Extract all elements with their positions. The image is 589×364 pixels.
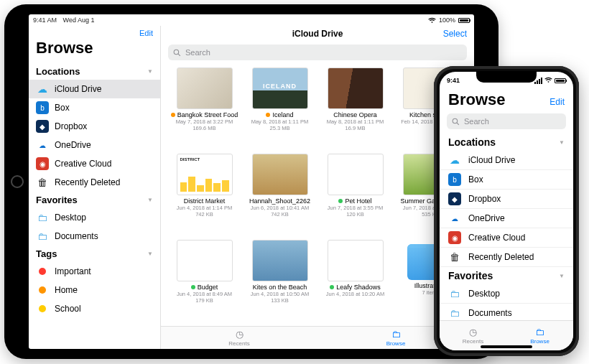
sidebar-item-documents[interactable]: 🗀 Documents <box>29 227 160 246</box>
tag-dot-icon <box>171 113 175 117</box>
sidebar-tag-important[interactable]: Important <box>29 262 160 281</box>
sidebar-item-label: Recently Deleted <box>55 177 120 187</box>
row-label: Recently Deleted <box>468 252 534 262</box>
search-input[interactable] <box>447 113 566 129</box>
content: iCloud Drive Select Bangkok Street FoodM… <box>161 26 474 349</box>
sidebar-item-recently-deleted[interactable]: 🗑 Recently Deleted <box>29 173 160 192</box>
tag-dot-icon <box>330 285 334 289</box>
sidebar-item-label: Important <box>55 266 91 276</box>
section-locations[interactable]: Locations ▼ <box>440 134 573 151</box>
file-name: Leafy Shadows <box>330 284 381 291</box>
row-dropbox[interactable]: ◆ Dropbox <box>440 190 573 209</box>
status-date: Wed Aug 1 <box>63 17 95 24</box>
row-desktop[interactable]: 🗀 Desktop <box>440 284 573 304</box>
file-thumbnail <box>252 240 308 281</box>
folder-icon: 🗀 <box>36 230 49 243</box>
sidebar-tag-home[interactable]: Home <box>29 281 160 299</box>
file-item[interactable]: Pet HotelJun 7, 2018 at 3:55 PM120 KB <box>320 154 390 235</box>
file-meta: Jun 4, 2018 at 1:14 PM <box>170 205 239 211</box>
file-item[interactable]: DISTRICTDistrict MarketJun 4, 2018 at 1:… <box>170 154 239 235</box>
file-item[interactable]: BudgetJun 4, 2018 at 8:49 AM179 KB <box>170 240 239 322</box>
search-input[interactable] <box>168 45 467 60</box>
file-item[interactable]: Leafy ShadowsJun 4, 2018 at 10:20 AM <box>320 240 390 322</box>
tag-dot-icon <box>39 268 46 275</box>
row-onedrive[interactable]: ☁ OneDrive <box>440 209 573 228</box>
sidebar-item-label: Creative Cloud <box>55 159 111 169</box>
file-item[interactable]: Chinese OperaMay 8, 2018 at 1:11 PM16.9 … <box>320 67 390 149</box>
file-item[interactable]: Hannah_Shoot_2262Jun 6, 2018 at 10:41 AM… <box>245 154 315 235</box>
sidebar-item-label: OneDrive <box>55 140 91 150</box>
chevron-down-icon: ▼ <box>147 68 153 75</box>
cloud-icon: ☁ <box>36 83 49 95</box>
dropbox-icon: ◆ <box>36 120 49 133</box>
sidebar-tag-school[interactable]: School <box>29 299 160 318</box>
file-item[interactable]: Kites on the BeachJun 4, 2018 at 10:50 A… <box>245 240 315 322</box>
section-tags[interactable]: Tags ▼ <box>29 246 160 262</box>
sidebar-item-label: School <box>55 304 81 314</box>
row-label: Box <box>468 174 483 185</box>
home-indicator[interactable] <box>481 345 532 348</box>
folder-icon: 🗀 <box>36 211 49 224</box>
file-item[interactable]: ICELANDIcelandMay 8, 2018 at 1:11 PM25.3… <box>245 67 315 149</box>
row-box[interactable]: b Box <box>440 170 573 190</box>
file-name: Pet Hotel <box>338 197 371 205</box>
ipad-device: 9:41 AM Wed Aug 1 100% Edit Browse Locat… <box>4 4 498 359</box>
file-grid: Bangkok Street FoodMay 7, 2018 at 3:22 P… <box>161 63 474 326</box>
row-label: iCloud Drive <box>468 155 515 165</box>
chevron-down-icon: ▼ <box>559 139 565 146</box>
file-size: 742 KB <box>245 211 315 218</box>
wifi-icon <box>544 77 552 84</box>
folder-icon: 🗀 <box>448 287 461 300</box>
section-favorites[interactable]: Favorites ▼ <box>440 267 573 284</box>
tag-dot-icon <box>266 113 270 117</box>
iphone-screen: 9:41 Browse Edit Locations ▼ <box>440 72 573 350</box>
battery-icon <box>555 78 566 83</box>
sidebar-item-box[interactable]: b Box <box>29 98 160 117</box>
file-thumbnail: DISTRICT <box>177 154 233 195</box>
edit-button[interactable]: Edit <box>29 26 160 37</box>
row-icloud-drive[interactable]: ☁ iCloud Drive <box>440 151 573 170</box>
sidebar-item-creative-cloud[interactable]: ◉ Creative Cloud <box>29 154 160 173</box>
chevron-down-icon: ▼ <box>147 197 153 203</box>
sidebar-item-dropbox[interactable]: ◆ Dropbox <box>29 117 160 136</box>
file-name: Hannah_Shoot_2262 <box>249 197 310 205</box>
sidebar-item-label: Documents <box>55 231 98 241</box>
row-label: Desktop <box>468 289 500 299</box>
row-recently-deleted[interactable]: 🗑 Recently Deleted <box>440 248 573 267</box>
tab-label: Recents <box>228 340 249 347</box>
file-meta: Jun 6, 2018 at 10:41 AM <box>245 205 315 211</box>
tag-dot-icon <box>39 305 46 312</box>
sidebar-item-icloud-drive[interactable]: ☁ iCloud Drive <box>29 80 160 98</box>
file-item[interactable]: Bangkok Street FoodMay 7, 2018 at 3:22 P… <box>170 67 239 149</box>
row-label: Documents <box>468 308 512 318</box>
creative-cloud-icon: ◉ <box>448 231 461 244</box>
page-title: Browse <box>448 90 549 109</box>
edit-button[interactable]: Edit <box>549 97 565 109</box>
folder-icon: 🗀 <box>448 307 461 319</box>
row-label: Creative Cloud <box>468 233 525 243</box>
section-favorites[interactable]: Favorites ▼ <box>29 192 160 208</box>
select-button[interactable]: Select <box>443 29 467 39</box>
file-meta: May 8, 2018 at 1:11 PM <box>320 118 390 125</box>
tab-recents[interactable]: ◷ Recents <box>161 327 317 349</box>
trash-icon: 🗑 <box>448 251 461 263</box>
file-name: Budget <box>191 284 218 291</box>
section-locations[interactable]: Locations ▼ <box>29 63 160 80</box>
file-meta: Jun 4, 2018 at 8:49 AM <box>170 291 239 297</box>
section-label: Tags <box>36 248 57 259</box>
chevron-down-icon: ▼ <box>147 251 153 257</box>
file-meta: May 7, 2018 at 3:22 PM <box>170 118 239 125</box>
row-label: OneDrive <box>468 213 505 223</box>
home-button[interactable] <box>11 175 24 188</box>
sidebar-item-desktop[interactable]: 🗀 Desktop <box>29 208 160 227</box>
sidebar-item-label: Home <box>55 285 78 295</box>
row-documents[interactable]: 🗀 Documents <box>440 304 573 320</box>
sidebar-item-label: iCloud Drive <box>55 84 101 94</box>
tab-label: Browse <box>386 340 406 347</box>
file-thumbnail <box>328 154 384 195</box>
row-creative-cloud[interactable]: ◉ Creative Cloud <box>440 228 573 248</box>
sidebar-item-onedrive[interactable]: ☁ OneDrive <box>29 136 160 154</box>
sidebar-item-label: Box <box>55 103 70 113</box>
file-size: 25.3 MB <box>245 125 315 131</box>
file-name: Iceland <box>266 111 293 118</box>
